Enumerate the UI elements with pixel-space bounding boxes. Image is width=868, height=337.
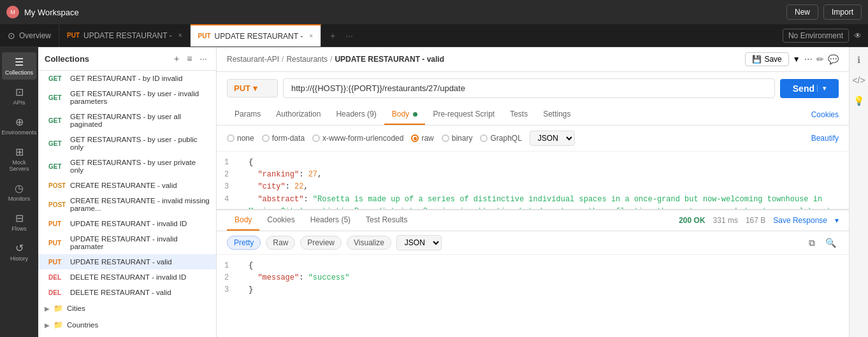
response-format-select[interactable]: JSON <box>396 235 442 250</box>
response-body-actions: ⧉ 🔍 <box>806 236 839 250</box>
breadcrumb-restaurants[interactable]: Restaurants <box>286 55 328 64</box>
list-item[interactable]: POST CREATE RESTAURANTE - invalid missin… <box>38 193 216 216</box>
view-raw-button[interactable]: Raw <box>266 236 295 250</box>
view-visualize-button[interactable]: Visualize <box>347 236 391 250</box>
list-item[interactable]: GET GET RESTAURANTS - by user private on… <box>38 155 216 178</box>
tab-put-1[interactable]: PUT UPDATE RESTAURANT - × <box>59 24 191 47</box>
tab-settings[interactable]: Settings <box>535 104 578 125</box>
info-icon[interactable]: ℹ <box>855 52 863 68</box>
add-collection-button[interactable]: + <box>171 52 182 65</box>
bulb-icon[interactable]: 💡 <box>851 93 867 108</box>
sidebar-item-flows[interactable]: ⊟ Flows <box>2 208 36 236</box>
breadcrumb: Restaurant-API / Restaurants / UPDATE RE… <box>217 47 849 72</box>
filter-button[interactable]: ≡ <box>184 52 194 65</box>
view-preview-button[interactable]: Preview <box>300 236 342 250</box>
body-options: none form-data x-www-form-urlencoded raw… <box>217 125 849 152</box>
tab-pre-request[interactable]: Pre-request Script <box>425 104 502 125</box>
save-button[interactable]: 💾 Save <box>745 52 788 66</box>
sidebar-item-collections[interactable]: ☰ Collections <box>2 52 36 80</box>
mock-servers-icon: ⊞ <box>15 146 24 158</box>
tab1-method: PUT <box>67 32 80 39</box>
radio-graphql[interactable] <box>480 134 488 142</box>
option-raw[interactable]: raw <box>411 134 433 143</box>
save-response-button[interactable]: Save Response <box>773 216 827 225</box>
beautify-button[interactable]: Beautify <box>811 134 839 143</box>
cookies-link[interactable]: Cookies <box>811 110 839 119</box>
list-item[interactable]: PUT UPDATE RESTAURANT - invalid paramate… <box>38 231 216 254</box>
breadcrumb-restaurant-api[interactable]: Restaurant-API <box>227 55 279 64</box>
workspace-name: My Workspace <box>24 8 79 17</box>
method-select[interactable]: PUT ▾ <box>227 79 278 97</box>
option-graphql[interactable]: GraphQL <box>480 134 521 143</box>
list-item[interactable]: GET GET RESTAURANTS - by user - public o… <box>38 132 216 155</box>
list-item[interactable]: GET GET RESTAURANTS - by user all pagina… <box>38 109 216 132</box>
option-binary[interactable]: binary <box>442 134 473 143</box>
list-item-selected[interactable]: PUT UPDATE RESTAURANT - valid <box>38 254 216 269</box>
flows-icon: ⊟ <box>15 212 24 224</box>
sidebar-item-mock-servers[interactable]: ⊞ Mock Servers <box>2 142 36 176</box>
tab1-close[interactable]: × <box>178 32 182 39</box>
send-button[interactable]: Send ▾ <box>780 79 839 98</box>
no-environment-select[interactable]: No Environment <box>783 29 849 43</box>
collections-header: Collections + ≡ ··· <box>38 47 216 71</box>
list-item[interactable]: POST CREATE RESTAURANTE - valid <box>38 178 216 193</box>
tab-put-2[interactable]: PUT UPDATE RESTAURANT - × <box>191 24 322 47</box>
edit-button[interactable]: ✏ <box>816 54 824 64</box>
copy-response-button[interactable]: ⧉ <box>806 236 818 250</box>
radio-form-data[interactable] <box>262 134 270 142</box>
list-item[interactable]: DEL DELETE RESTAURANT - invalid ID <box>38 269 216 285</box>
collections-more-button[interactable]: ··· <box>197 52 210 65</box>
list-item[interactable]: GET GET RESTAURANTS - by user - invalid … <box>38 86 216 109</box>
option-urlencoded[interactable]: x-www-form-urlencoded <box>312 134 403 143</box>
radio-binary[interactable] <box>442 134 449 142</box>
tab-body[interactable]: Body <box>384 104 426 125</box>
sidebar-icons: ☰ Collections ⊡ APIs ⊕ Environments ⊞ Mo… <box>0 47 38 337</box>
eye-icon[interactable]: 👁 <box>854 31 862 40</box>
tab-headers[interactable]: Headers (9) <box>328 104 384 125</box>
format-select[interactable]: JSON Text XML HTML <box>530 131 575 146</box>
radio-none[interactable] <box>227 134 235 142</box>
sidebar-item-monitors[interactable]: ◷ Monitors <box>2 178 36 206</box>
tab-params[interactable]: Params <box>227 104 268 125</box>
radio-urlencoded[interactable] <box>312 134 320 142</box>
new-button[interactable]: New <box>786 4 818 20</box>
tabs-more-button[interactable]: ··· <box>343 29 356 42</box>
breadcrumb-more-button[interactable]: ··· <box>804 54 813 65</box>
send-chevron-icon[interactable]: ▾ <box>817 85 826 92</box>
request-tabs: Params Authorization Headers (9) Body Pr… <box>217 104 849 125</box>
monitors-icon: ◷ <box>15 182 24 194</box>
folder-cities[interactable]: ▶ 📁 Cities <box>38 300 216 317</box>
url-input[interactable] <box>283 78 775 98</box>
save-icon: 💾 <box>752 55 762 64</box>
list-item[interactable]: GET GET RESTAURANT - by ID invalid <box>38 71 216 86</box>
add-tab-button[interactable]: + <box>328 29 338 42</box>
history-icon: ↺ <box>15 242 24 254</box>
option-none[interactable]: none <box>227 134 254 143</box>
list-item[interactable]: PUT UPDATE RESTAURANT - invalid ID <box>38 216 216 231</box>
folder-random-number[interactable]: ▼ 📁 Random Number <box>38 333 216 337</box>
method-value: PUT <box>234 83 250 93</box>
resp-tab-headers[interactable]: Headers (5) <box>303 210 358 231</box>
radio-raw[interactable] <box>411 134 419 142</box>
code-icon[interactable]: </> <box>850 73 867 88</box>
tab2-label: UPDATE RESTAURANT - <box>215 32 303 41</box>
sidebar-item-environments[interactable]: ⊕ Environments <box>2 112 36 140</box>
resp-tab-body[interactable]: Body <box>227 210 259 231</box>
tab-authorization[interactable]: Authorization <box>268 104 328 125</box>
resp-tab-test-results[interactable]: Test Results <box>358 210 415 231</box>
tab2-close[interactable]: × <box>309 32 313 39</box>
resp-tab-cookies[interactable]: Cookies <box>259 210 302 231</box>
view-pretty-button[interactable]: Pretty <box>227 236 261 250</box>
import-button[interactable]: Import <box>823 4 862 20</box>
tab-tests[interactable]: Tests <box>502 104 535 125</box>
list-item[interactable]: DEL DELETE RESTAURANT - valid <box>38 285 216 300</box>
search-response-button[interactable]: 🔍 <box>823 236 839 250</box>
sidebar-item-history[interactable]: ↺ History <box>2 238 36 266</box>
folder-countries[interactable]: ▶ 📁 Countries <box>38 317 216 333</box>
tab-overview-label: Overview <box>19 31 51 40</box>
comment-button[interactable]: 💬 <box>828 54 839 64</box>
save-response-chevron-icon[interactable]: ▾ <box>835 216 839 225</box>
tab-overview[interactable]: ⊙ Overview <box>0 24 59 47</box>
sidebar-item-apis[interactable]: ⊡ APIs <box>2 82 36 110</box>
option-form-data[interactable]: form-data <box>262 134 305 143</box>
